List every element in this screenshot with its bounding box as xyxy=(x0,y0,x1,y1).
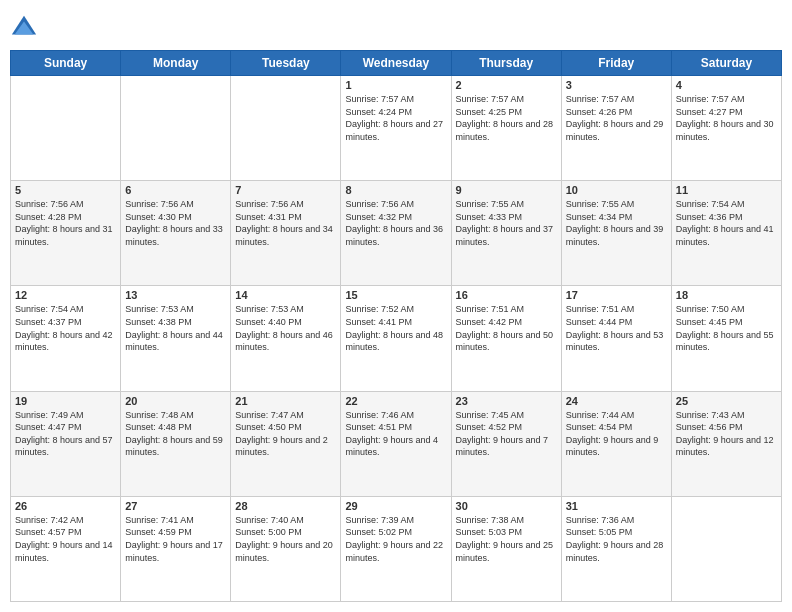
day-info: Sunrise: 7:45 AM Sunset: 4:52 PM Dayligh… xyxy=(456,409,557,459)
calendar-cell-3-1: 12Sunrise: 7:54 AM Sunset: 4:37 PM Dayli… xyxy=(11,286,121,391)
calendar-cell-5-2: 27Sunrise: 7:41 AM Sunset: 4:59 PM Dayli… xyxy=(121,496,231,601)
logo-icon xyxy=(10,14,38,42)
calendar-body: 1Sunrise: 7:57 AM Sunset: 4:24 PM Daylig… xyxy=(11,76,782,602)
calendar-week-4: 19Sunrise: 7:49 AM Sunset: 4:47 PM Dayli… xyxy=(11,391,782,496)
day-number: 28 xyxy=(235,500,336,512)
header xyxy=(10,10,782,42)
logo xyxy=(10,14,40,42)
calendar-cell-3-4: 15Sunrise: 7:52 AM Sunset: 4:41 PM Dayli… xyxy=(341,286,451,391)
calendar-cell-3-7: 18Sunrise: 7:50 AM Sunset: 4:45 PM Dayli… xyxy=(671,286,781,391)
calendar-cell-2-4: 8Sunrise: 7:56 AM Sunset: 4:32 PM Daylig… xyxy=(341,181,451,286)
day-info: Sunrise: 7:47 AM Sunset: 4:50 PM Dayligh… xyxy=(235,409,336,459)
page: SundayMondayTuesdayWednesdayThursdayFrid… xyxy=(0,0,792,612)
day-number: 5 xyxy=(15,184,116,196)
day-info: Sunrise: 7:51 AM Sunset: 4:44 PM Dayligh… xyxy=(566,303,667,353)
weekday-header-saturday: Saturday xyxy=(671,51,781,76)
calendar-cell-2-2: 6Sunrise: 7:56 AM Sunset: 4:30 PM Daylig… xyxy=(121,181,231,286)
calendar-cell-3-2: 13Sunrise: 7:53 AM Sunset: 4:38 PM Dayli… xyxy=(121,286,231,391)
day-number: 25 xyxy=(676,395,777,407)
calendar-cell-3-6: 17Sunrise: 7:51 AM Sunset: 4:44 PM Dayli… xyxy=(561,286,671,391)
day-info: Sunrise: 7:57 AM Sunset: 4:25 PM Dayligh… xyxy=(456,93,557,143)
day-number: 11 xyxy=(676,184,777,196)
day-number: 6 xyxy=(125,184,226,196)
weekday-header-wednesday: Wednesday xyxy=(341,51,451,76)
calendar-cell-5-7 xyxy=(671,496,781,601)
day-number: 13 xyxy=(125,289,226,301)
day-info: Sunrise: 7:40 AM Sunset: 5:00 PM Dayligh… xyxy=(235,514,336,564)
day-number: 9 xyxy=(456,184,557,196)
calendar-cell-1-2 xyxy=(121,76,231,181)
weekday-header-sunday: Sunday xyxy=(11,51,121,76)
day-info: Sunrise: 7:52 AM Sunset: 4:41 PM Dayligh… xyxy=(345,303,446,353)
day-info: Sunrise: 7:41 AM Sunset: 4:59 PM Dayligh… xyxy=(125,514,226,564)
calendar-cell-2-1: 5Sunrise: 7:56 AM Sunset: 4:28 PM Daylig… xyxy=(11,181,121,286)
day-info: Sunrise: 7:42 AM Sunset: 4:57 PM Dayligh… xyxy=(15,514,116,564)
day-info: Sunrise: 7:57 AM Sunset: 4:26 PM Dayligh… xyxy=(566,93,667,143)
day-info: Sunrise: 7:50 AM Sunset: 4:45 PM Dayligh… xyxy=(676,303,777,353)
day-number: 3 xyxy=(566,79,667,91)
calendar-cell-4-2: 20Sunrise: 7:48 AM Sunset: 4:48 PM Dayli… xyxy=(121,391,231,496)
day-info: Sunrise: 7:43 AM Sunset: 4:56 PM Dayligh… xyxy=(676,409,777,459)
day-info: Sunrise: 7:57 AM Sunset: 4:27 PM Dayligh… xyxy=(676,93,777,143)
day-info: Sunrise: 7:53 AM Sunset: 4:40 PM Dayligh… xyxy=(235,303,336,353)
calendar-cell-5-4: 29Sunrise: 7:39 AM Sunset: 5:02 PM Dayli… xyxy=(341,496,451,601)
day-number: 7 xyxy=(235,184,336,196)
day-number: 29 xyxy=(345,500,446,512)
day-number: 16 xyxy=(456,289,557,301)
weekday-header-thursday: Thursday xyxy=(451,51,561,76)
day-info: Sunrise: 7:49 AM Sunset: 4:47 PM Dayligh… xyxy=(15,409,116,459)
day-info: Sunrise: 7:55 AM Sunset: 4:33 PM Dayligh… xyxy=(456,198,557,248)
calendar-cell-4-5: 23Sunrise: 7:45 AM Sunset: 4:52 PM Dayli… xyxy=(451,391,561,496)
day-number: 8 xyxy=(345,184,446,196)
day-number: 26 xyxy=(15,500,116,512)
calendar-cell-1-7: 4Sunrise: 7:57 AM Sunset: 4:27 PM Daylig… xyxy=(671,76,781,181)
calendar-cell-4-3: 21Sunrise: 7:47 AM Sunset: 4:50 PM Dayli… xyxy=(231,391,341,496)
weekday-header-friday: Friday xyxy=(561,51,671,76)
calendar-week-5: 26Sunrise: 7:42 AM Sunset: 4:57 PM Dayli… xyxy=(11,496,782,601)
calendar-cell-3-5: 16Sunrise: 7:51 AM Sunset: 4:42 PM Dayli… xyxy=(451,286,561,391)
day-number: 18 xyxy=(676,289,777,301)
day-info: Sunrise: 7:39 AM Sunset: 5:02 PM Dayligh… xyxy=(345,514,446,564)
day-number: 27 xyxy=(125,500,226,512)
day-number: 22 xyxy=(345,395,446,407)
calendar-cell-2-6: 10Sunrise: 7:55 AM Sunset: 4:34 PM Dayli… xyxy=(561,181,671,286)
day-number: 2 xyxy=(456,79,557,91)
day-info: Sunrise: 7:44 AM Sunset: 4:54 PM Dayligh… xyxy=(566,409,667,459)
day-number: 4 xyxy=(676,79,777,91)
day-info: Sunrise: 7:36 AM Sunset: 5:05 PM Dayligh… xyxy=(566,514,667,564)
calendar-cell-4-6: 24Sunrise: 7:44 AM Sunset: 4:54 PM Dayli… xyxy=(561,391,671,496)
day-number: 24 xyxy=(566,395,667,407)
calendar-cell-1-1 xyxy=(11,76,121,181)
day-number: 17 xyxy=(566,289,667,301)
weekday-header-row: SundayMondayTuesdayWednesdayThursdayFrid… xyxy=(11,51,782,76)
day-number: 15 xyxy=(345,289,446,301)
day-number: 20 xyxy=(125,395,226,407)
day-info: Sunrise: 7:51 AM Sunset: 4:42 PM Dayligh… xyxy=(456,303,557,353)
calendar-cell-1-6: 3Sunrise: 7:57 AM Sunset: 4:26 PM Daylig… xyxy=(561,76,671,181)
weekday-header-monday: Monday xyxy=(121,51,231,76)
calendar-cell-3-3: 14Sunrise: 7:53 AM Sunset: 4:40 PM Dayli… xyxy=(231,286,341,391)
calendar-week-2: 5Sunrise: 7:56 AM Sunset: 4:28 PM Daylig… xyxy=(11,181,782,286)
day-number: 23 xyxy=(456,395,557,407)
day-number: 1 xyxy=(345,79,446,91)
calendar-cell-1-5: 2Sunrise: 7:57 AM Sunset: 4:25 PM Daylig… xyxy=(451,76,561,181)
day-number: 30 xyxy=(456,500,557,512)
day-info: Sunrise: 7:54 AM Sunset: 4:36 PM Dayligh… xyxy=(676,198,777,248)
day-info: Sunrise: 7:53 AM Sunset: 4:38 PM Dayligh… xyxy=(125,303,226,353)
calendar-week-3: 12Sunrise: 7:54 AM Sunset: 4:37 PM Dayli… xyxy=(11,286,782,391)
calendar-cell-4-7: 25Sunrise: 7:43 AM Sunset: 4:56 PM Dayli… xyxy=(671,391,781,496)
day-info: Sunrise: 7:57 AM Sunset: 4:24 PM Dayligh… xyxy=(345,93,446,143)
day-info: Sunrise: 7:48 AM Sunset: 4:48 PM Dayligh… xyxy=(125,409,226,459)
day-info: Sunrise: 7:56 AM Sunset: 4:32 PM Dayligh… xyxy=(345,198,446,248)
calendar-cell-1-3 xyxy=(231,76,341,181)
calendar-cell-4-4: 22Sunrise: 7:46 AM Sunset: 4:51 PM Dayli… xyxy=(341,391,451,496)
calendar-cell-1-4: 1Sunrise: 7:57 AM Sunset: 4:24 PM Daylig… xyxy=(341,76,451,181)
calendar-cell-5-3: 28Sunrise: 7:40 AM Sunset: 5:00 PM Dayli… xyxy=(231,496,341,601)
day-info: Sunrise: 7:46 AM Sunset: 4:51 PM Dayligh… xyxy=(345,409,446,459)
day-info: Sunrise: 7:55 AM Sunset: 4:34 PM Dayligh… xyxy=(566,198,667,248)
day-number: 21 xyxy=(235,395,336,407)
day-number: 14 xyxy=(235,289,336,301)
day-info: Sunrise: 7:56 AM Sunset: 4:28 PM Dayligh… xyxy=(15,198,116,248)
day-number: 12 xyxy=(15,289,116,301)
day-info: Sunrise: 7:54 AM Sunset: 4:37 PM Dayligh… xyxy=(15,303,116,353)
